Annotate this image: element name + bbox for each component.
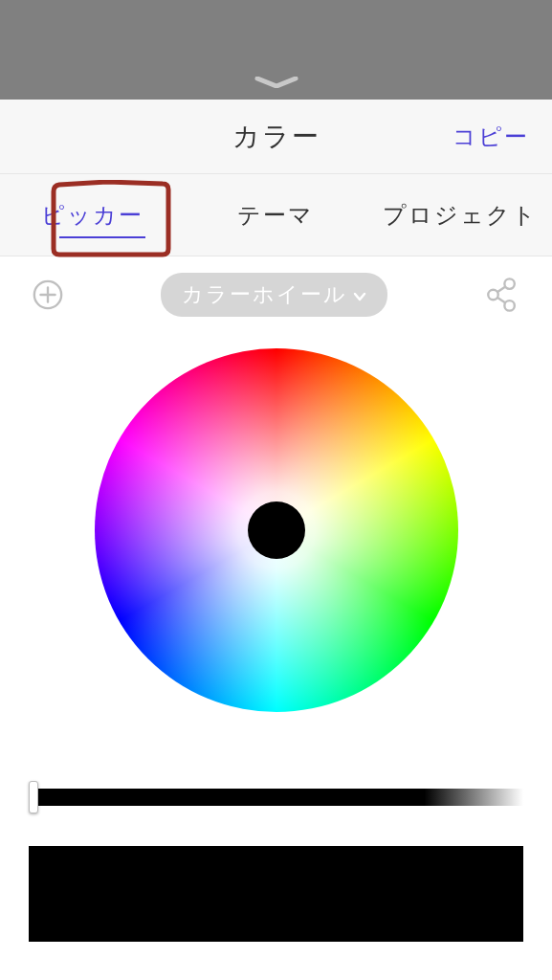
color-wheel-selector[interactable]: [248, 501, 305, 559]
page-title: カラー: [232, 119, 320, 155]
drag-handle-icon[interactable]: [254, 77, 299, 84]
svg-point-4: [488, 290, 497, 300]
brightness-slider[interactable]: [29, 781, 523, 813]
color-wheel[interactable]: [95, 348, 458, 712]
tab-picker[interactable]: ピッカー: [0, 200, 184, 231]
add-color-button[interactable]: [31, 278, 65, 312]
header-bar: カラー コピー: [0, 100, 552, 174]
copy-button[interactable]: コピー: [453, 122, 529, 152]
svg-point-3: [504, 278, 514, 288]
palette-share-button[interactable]: [483, 276, 521, 314]
tab-theme[interactable]: テーマ: [184, 200, 367, 231]
brightness-thumb[interactable]: [29, 781, 38, 813]
selected-color-preview: [29, 846, 523, 942]
tab-project[interactable]: プロジェクト: [368, 200, 552, 231]
tabs-bar: ピッカー テーマ プロジェクト: [0, 174, 552, 256]
top-dim-area: [0, 0, 552, 100]
color-mode-selector[interactable]: カラーホイール: [161, 273, 387, 317]
svg-line-6: [497, 286, 506, 292]
picker-toolbar: カラーホイール: [0, 256, 552, 318]
chevron-down-icon: [353, 282, 366, 307]
svg-line-7: [497, 298, 506, 303]
tab-active-indicator: [59, 236, 145, 238]
color-mode-label: カラーホイール: [182, 280, 347, 309]
svg-point-5: [504, 301, 514, 310]
brightness-track: [29, 789, 523, 806]
color-wheel-area: [0, 318, 552, 712]
